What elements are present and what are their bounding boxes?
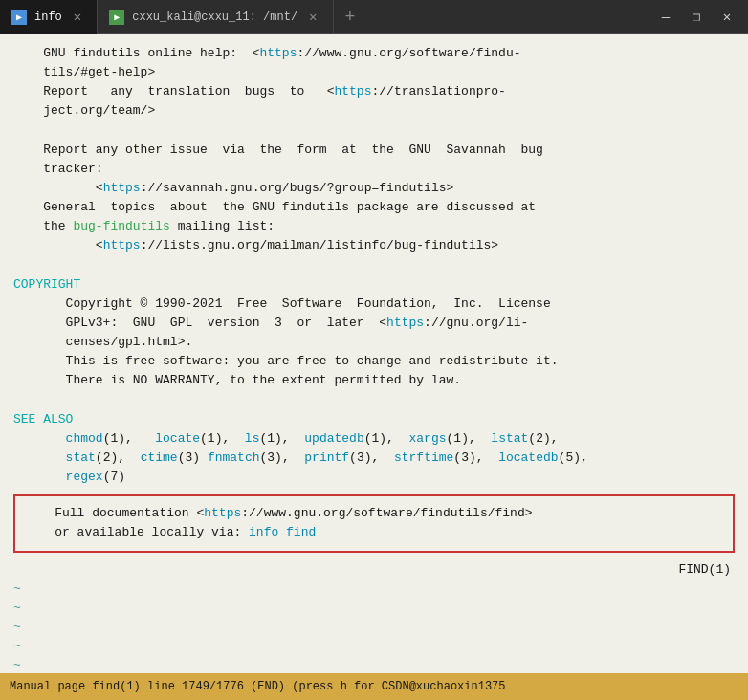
line-7: <https://savannah.gnu.org/bugs/?group=fi… (13, 179, 735, 198)
copyright-line-5: There is NO WARRANTY, to the extent perm… (13, 371, 735, 390)
tilde-area: ~ ~ ~ ~ ~ (13, 580, 735, 673)
line-10: <https://lists.gnu.org/mailman/listinfo/… (13, 236, 735, 255)
see-also-line-3: regex(7) (13, 468, 735, 487)
tab-terminal-close[interactable]: ✕ (305, 7, 320, 27)
line-5: Report any other issue via the form at t… (13, 141, 735, 160)
tab-info[interactable]: ▶ info ✕ (0, 0, 98, 34)
tab-info-icon: ▶ (11, 10, 27, 25)
copyright-line-3: censes/gpl.html>. (13, 333, 735, 352)
line-4: ject.org/team/> (13, 101, 735, 120)
line-3: Report any translation bugs to <https://… (13, 82, 735, 101)
doc-line-2: or available locally via: info find (25, 523, 723, 542)
new-tab-button[interactable]: + (334, 0, 367, 34)
terminal-content: GNU findutils online help: <https://www.… (0, 34, 748, 673)
see-also-line-1: chmod(1), locate(1), ls(1), updatedb(1),… (13, 429, 735, 448)
tab-terminal-icon: ▶ (109, 10, 124, 25)
tilde-1: ~ (13, 580, 735, 599)
copyright-line-4: This is free software: you are free to c… (13, 352, 735, 371)
doc-line-1: Full documentation <https://www.gnu.org/… (25, 504, 723, 523)
maximize-button[interactable]: ❐ (683, 4, 710, 31)
line-8: General topics about the GNU findutils p… (13, 198, 735, 217)
doc-box: Full documentation <https://www.gnu.org/… (13, 494, 735, 552)
title-bar: ▶ info ✕ ▶ cxxu_kali@cxxu_11: /mnt/ ✕ + … (0, 0, 748, 34)
copyright-header: COPYRIGHT (13, 275, 735, 295)
status-bar: Manual page find(1) line 1749/1776 (END)… (0, 673, 748, 700)
line-9: the bug-findutils mailing list: (13, 217, 735, 236)
tab-terminal[interactable]: ▶ cxxu_kali@cxxu_11: /mnt/ ✕ (98, 0, 333, 34)
tab-terminal-label: cxxu_kali@cxxu_11: /mnt/ (132, 11, 297, 24)
copyright-line-2: GPLv3+: GNU GPL version 3 or later <http… (13, 314, 735, 333)
find-label: FIND(1) (13, 560, 735, 580)
tilde-5: ~ (13, 656, 735, 673)
tab-info-label: info (34, 11, 62, 24)
line-1: GNU findutils online help: <https://www.… (13, 44, 735, 63)
window-controls: — ❐ ✕ (645, 4, 748, 31)
line-2: tils/#get-help> (13, 63, 735, 82)
tab-info-close[interactable]: ✕ (70, 7, 85, 27)
line-blank-1 (13, 121, 735, 141)
see-also-line-2: stat(2), ctime(3) fnmatch(3), printf(3),… (13, 448, 735, 468)
copyright-line-1: Copyright © 1990-2021 Free Software Foun… (13, 295, 735, 314)
line-blank-3 (13, 391, 735, 410)
status-text: Manual page find(1) line 1749/1776 (END)… (10, 680, 505, 693)
minimize-button[interactable]: — (652, 4, 679, 31)
tilde-2: ~ (13, 599, 735, 618)
close-button[interactable]: ✕ (714, 4, 740, 31)
see-also-header: SEE ALSO (13, 410, 735, 429)
tilde-3: ~ (13, 618, 735, 637)
line-blank-2 (13, 256, 735, 275)
tilde-4: ~ (13, 637, 735, 656)
line-6: tracker: (13, 160, 735, 179)
